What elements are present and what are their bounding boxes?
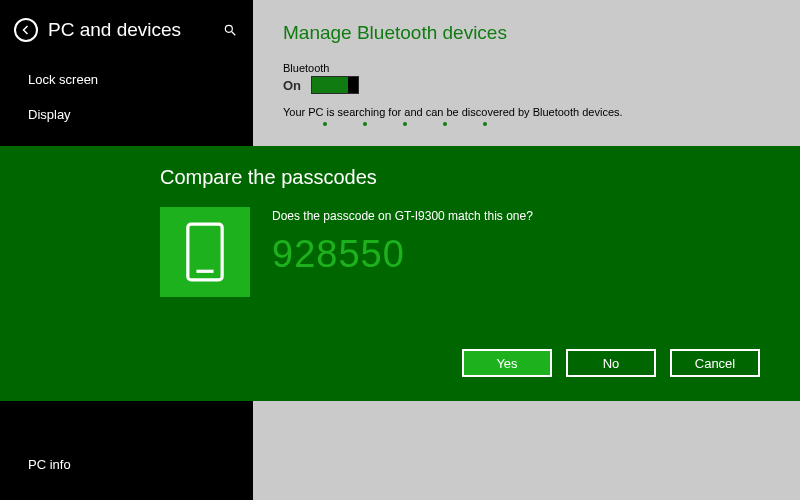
bluetooth-toggle[interactable] — [311, 76, 359, 94]
cancel-button[interactable]: Cancel — [670, 349, 760, 377]
bluetooth-label: Bluetooth — [283, 62, 770, 74]
progress-dots — [283, 122, 770, 126]
sidebar-nav: Lock screen Display — [0, 56, 253, 132]
svg-line-1 — [232, 32, 236, 36]
sidebar-item-pc-info[interactable]: PC info — [0, 447, 253, 482]
search-button[interactable] — [221, 21, 239, 39]
bluetooth-toggle-row: On — [283, 76, 770, 94]
sidebar-item-lock-screen[interactable]: Lock screen — [0, 62, 253, 97]
modal-body: Does the passcode on GT-I9300 match this… — [160, 207, 800, 297]
bluetooth-description: Your PC is searching for and can be disc… — [283, 106, 770, 118]
modal-inner: Compare the passcodes Does the passcode … — [0, 146, 800, 297]
back-button[interactable] — [14, 18, 38, 42]
yes-button[interactable]: Yes — [462, 349, 552, 377]
passcode-value: 928550 — [272, 233, 533, 276]
phone-icon — [181, 222, 229, 282]
device-tile — [160, 207, 250, 297]
bluetooth-state: On — [283, 78, 301, 93]
modal-question: Does the passcode on GT-I9300 match this… — [272, 209, 533, 223]
sidebar-item-display[interactable]: Display — [0, 97, 253, 132]
modal-buttons: Yes No Cancel — [462, 349, 760, 377]
passcode-modal: Compare the passcodes Does the passcode … — [0, 146, 800, 401]
no-button[interactable]: No — [566, 349, 656, 377]
sidebar-title: PC and devices — [48, 19, 221, 41]
sidebar-header: PC and devices — [0, 0, 253, 56]
modal-text: Does the passcode on GT-I9300 match this… — [272, 207, 533, 276]
toggle-knob — [348, 77, 358, 93]
svg-point-0 — [225, 25, 232, 32]
search-icon — [223, 23, 237, 37]
sidebar-nav-bottom: PC info — [0, 441, 253, 500]
modal-title: Compare the passcodes — [160, 166, 800, 189]
main-title: Manage Bluetooth devices — [283, 22, 770, 44]
back-arrow-icon — [20, 24, 32, 36]
